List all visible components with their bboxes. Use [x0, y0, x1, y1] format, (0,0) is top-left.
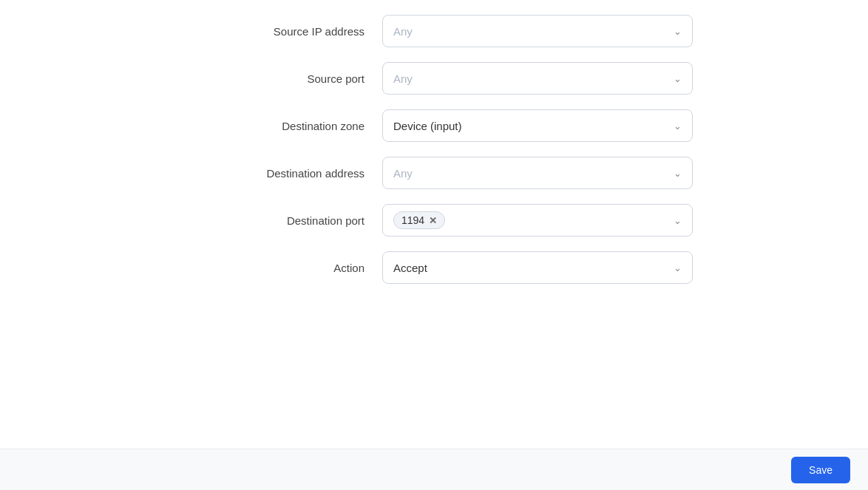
source-ip-label: Source IP address	[175, 25, 382, 38]
destination-zone-chevron-icon: ⌄	[674, 120, 682, 132]
source-ip-select[interactable]: Any ⌄	[382, 15, 693, 47]
action-select[interactable]: Accept ⌄	[382, 251, 693, 284]
destination-port-chevron-icon: ⌄	[674, 215, 682, 226]
destination-address-select[interactable]: Any ⌄	[382, 157, 693, 189]
source-port-row: Source port Any ⌄	[175, 62, 693, 95]
destination-address-value: Any	[393, 167, 413, 180]
form-container: Source IP address Any ⌄ Source port Any …	[0, 0, 868, 449]
destination-zone-value: Device (input)	[393, 120, 462, 132]
action-label: Action	[175, 262, 382, 274]
action-row: Action Accept ⌄	[175, 251, 693, 284]
source-ip-chevron-icon: ⌄	[674, 26, 682, 37]
destination-address-chevron-icon: ⌄	[674, 168, 682, 179]
save-button[interactable]: Save	[791, 457, 850, 483]
source-ip-row: Source IP address Any ⌄	[175, 15, 693, 47]
destination-port-row: Destination port 1194 ✕ ⌄	[175, 204, 693, 237]
destination-zone-label: Destination zone	[175, 120, 382, 132]
destination-address-row: Destination address Any ⌄	[175, 157, 693, 189]
destination-address-label: Destination address	[175, 167, 382, 180]
source-port-label: Source port	[175, 72, 382, 85]
source-port-chevron-icon: ⌄	[674, 73, 682, 84]
tag-label: 1194	[401, 214, 424, 226]
destination-zone-select[interactable]: Device (input) ⌄	[382, 109, 693, 142]
destination-port-select[interactable]: 1194 ✕ ⌄	[382, 204, 693, 237]
source-port-value: Any	[393, 72, 413, 85]
source-port-select[interactable]: Any ⌄	[382, 62, 693, 95]
destination-port-tag-1194: 1194 ✕	[393, 211, 445, 229]
tag-close-icon[interactable]: ✕	[429, 215, 437, 226]
footer-bar: Save	[0, 449, 868, 490]
destination-port-label: Destination port	[175, 214, 382, 227]
action-chevron-icon: ⌄	[674, 262, 682, 273]
destination-zone-row: Destination zone Device (input) ⌄	[175, 109, 693, 142]
source-ip-value: Any	[393, 25, 413, 38]
action-value: Accept	[393, 262, 427, 274]
destination-port-tags: 1194 ✕	[393, 211, 674, 229]
